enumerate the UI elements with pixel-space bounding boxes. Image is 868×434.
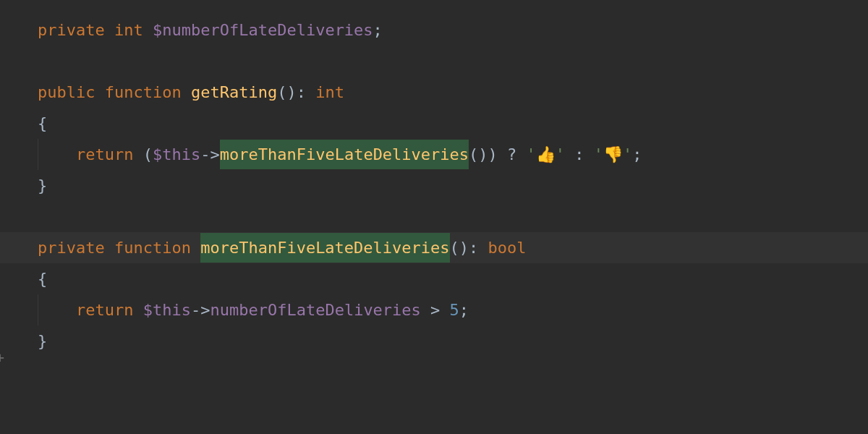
indent-guide <box>38 294 38 326</box>
code-line[interactable]: public function getRating(): int <box>0 77 868 108</box>
variable: $numberOfLateDeliveries <box>153 15 373 46</box>
code-line[interactable]: return ($this->moreThanFiveLateDeliverie… <box>0 139 868 170</box>
return-type: int <box>315 77 344 108</box>
function-name-highlighted: moreThanFiveLateDeliveries <box>200 233 449 263</box>
property: numberOfLateDeliveries <box>210 295 420 326</box>
indent <box>38 295 76 326</box>
close-paren: ) <box>488 140 498 170</box>
open-paren: ( <box>133 140 153 170</box>
number: 5 <box>450 295 459 326</box>
brace: { <box>38 109 47 139</box>
space <box>95 77 104 108</box>
space <box>182 77 191 108</box>
ternary: : <box>565 140 594 170</box>
keyword: function <box>105 77 182 108</box>
code-editor[interactable]: private int $numberOfLateDeliveries; pub… <box>0 0 868 357</box>
space <box>105 233 114 263</box>
semicolon: ; <box>373 15 383 46</box>
indent-guide <box>38 139 38 170</box>
string-quote: ' <box>556 140 565 170</box>
keyword: public <box>38 77 95 108</box>
arrow: -> <box>191 295 210 326</box>
keyword: return <box>76 295 133 326</box>
return-type: bool <box>488 233 527 263</box>
arrow: -> <box>200 140 220 170</box>
keyword: private <box>38 15 105 46</box>
semicolon: ; <box>459 295 469 326</box>
space <box>105 15 114 46</box>
thumbs-up-icon: 👍 <box>536 140 556 170</box>
gutter-add-icon[interactable]: + <box>0 344 4 371</box>
this-var: $this <box>153 140 200 170</box>
colon: : <box>297 77 306 108</box>
code-line[interactable]: { <box>0 263 868 294</box>
code-line[interactable]: private int $numberOfLateDeliveries; <box>0 14 868 46</box>
brace: } <box>38 171 47 201</box>
string-quote: ' <box>594 140 603 170</box>
operator: > <box>421 295 450 326</box>
parens: () <box>277 77 297 108</box>
indent <box>38 140 76 170</box>
string-quote: ' <box>527 140 536 170</box>
string-quote: ' <box>623 140 632 170</box>
this-var: $this <box>133 295 190 326</box>
code-line[interactable]: { <box>0 108 868 139</box>
code-line[interactable]: return $this->numberOfLateDeliveries > 5… <box>0 294 868 326</box>
method-call-highlighted: moreThanFiveLateDeliveries <box>220 140 469 170</box>
function-name: getRating <box>191 77 277 108</box>
space <box>191 233 200 263</box>
colon: : <box>469 233 478 263</box>
type: int <box>114 15 143 46</box>
code-line-blank[interactable] <box>0 201 868 232</box>
parens: () <box>450 233 469 263</box>
brace: { <box>38 264 47 294</box>
code-line[interactable]: } <box>0 326 868 357</box>
brace: } <box>38 326 47 357</box>
space <box>478 233 488 263</box>
space <box>143 15 153 46</box>
code-line-current[interactable]: private function moreThanFiveLateDeliver… <box>0 232 868 263</box>
space <box>306 77 315 108</box>
keyword: function <box>114 233 191 263</box>
thumbs-down-icon: 👎 <box>603 140 623 170</box>
semicolon: ; <box>632 140 642 170</box>
parens: () <box>469 140 488 170</box>
keyword: private <box>38 233 105 263</box>
keyword: return <box>76 140 133 170</box>
code-line[interactable]: } <box>0 170 868 201</box>
code-line-blank[interactable] <box>0 46 868 77</box>
ternary: ? <box>498 140 527 170</box>
